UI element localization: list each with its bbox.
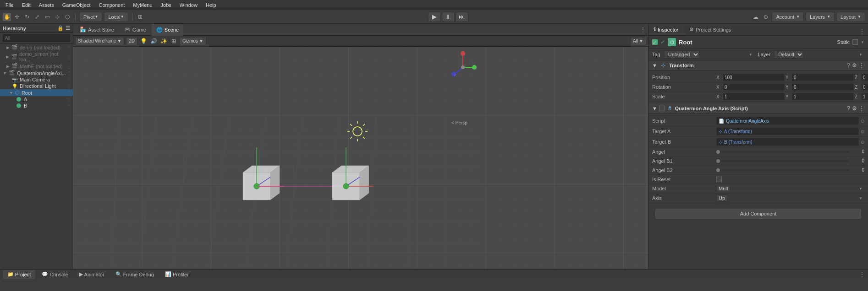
menu-edit[interactable]: Edit [18,1,34,9]
hierarchy-item-demo-simon[interactable]: ▶ 🎬 demo_simon (not loa... ⋮ [0,51,73,63]
transform-settings-icon[interactable]: ⚙ [852,62,857,69]
script-enabled-checkbox[interactable] [659,106,665,111]
gizmos-dropdown[interactable]: Gizmos ▼ [180,37,206,45]
snap-icon[interactable]: ⊞ [136,13,144,21]
item-menu-icon[interactable]: ⋮ [66,90,71,95]
menu-assets[interactable]: Assets [35,1,58,9]
bottom-tab-console[interactable]: 💬 Console [37,270,72,279]
bottom-menu-icon[interactable]: ⋮ [859,271,865,278]
tab-project-settings[interactable]: ⚙ Project Settings [684,24,736,35]
hierarchy-item-directional-light[interactable]: 💡 Directional Light ⋮ [0,83,73,89]
scale-y-input[interactable] [792,93,854,100]
menu-help[interactable]: Help [202,1,220,9]
menu-component[interactable]: Component [95,1,128,9]
add-component-button[interactable]: Add Component [655,209,861,219]
cloud-icon[interactable]: ⊙ [762,13,770,21]
hierarchy-item-b[interactable]: B ⋮ [0,102,73,109]
script-help-icon[interactable]: ? [847,105,850,112]
menu-mymenu[interactable]: MyMenu [129,1,156,9]
step-button[interactable]: ⏭ [456,12,468,22]
script-target-icon[interactable]: ⊙ [861,119,864,124]
static-checkbox[interactable] [852,39,858,45]
static-dropdown-arrow[interactable]: ▼ [861,40,864,44]
tab-game[interactable]: 🎮 Game [120,24,151,36]
rect-tool-icon[interactable]: ▭ [43,13,51,21]
scene-menu-icon[interactable]: ⋮ [640,26,646,33]
item-menu-icon[interactable]: ⋮ [66,77,71,82]
axis-dropdown[interactable]: Up [716,194,728,202]
menu-window[interactable]: Window [176,1,201,9]
move-tool-icon[interactable]: ✛ [13,13,21,21]
local-button[interactable]: Local ▼ [104,12,128,22]
light-toggle-icon[interactable]: 💡 [139,37,148,45]
hand-tool-icon[interactable]: ✋ [3,13,11,21]
position-x-input[interactable] [723,74,785,81]
item-menu-icon[interactable]: ⋮ [66,64,71,69]
item-menu-icon[interactable]: ⋮ [66,97,71,102]
angel-slider[interactable] [716,151,849,153]
angel-b2-slider[interactable] [716,169,849,171]
tab-asset-store[interactable]: 🏪 Asset Store [75,24,119,36]
script-ref-field[interactable]: 📄 QuaternionAngleAxis [716,117,859,125]
angel-b1-slider[interactable] [716,160,849,162]
2d-button[interactable]: 2D [126,37,137,45]
hierarchy-search-input[interactable] [3,34,70,42]
audio-toggle-icon[interactable]: 🔊 [149,37,158,45]
layers-dropdown[interactable]: Layers ▼ [806,12,835,22]
item-menu-icon[interactable]: ⋮ [66,54,71,59]
position-z-input[interactable] [861,74,868,81]
target-b-pick-icon[interactable]: ⊙ [861,140,864,145]
model-dropdown[interactable]: Mult [716,185,731,192]
menu-icon[interactable]: ☰ [66,25,70,31]
transform-help-icon[interactable]: ? [847,62,850,69]
tab-scene[interactable]: 🌐 Scene [152,24,183,36]
transform-component-header[interactable]: ▼ ⊹ Transform ? ⚙ ⋮ [648,60,868,71]
bottom-tab-profiler[interactable]: 📊 Profiler [160,270,193,279]
scale-x-input[interactable] [723,93,785,100]
object-active-checkbox[interactable]: ✓ [652,39,658,45]
script-more-icon[interactable]: ⋮ [859,105,864,112]
item-menu-icon[interactable]: ⋮ [67,70,71,75]
scale-z-input[interactable] [861,93,868,100]
hierarchy-item-root[interactable]: ▼ ⬡ Root ⋮ [0,89,73,96]
play-button[interactable]: ▶ [428,12,441,22]
pause-button[interactable]: ⏸ [442,12,455,22]
view-mode-dropdown[interactable]: Shaded Wireframe ▼ [75,37,124,45]
custom-tool-icon[interactable]: ⬡ [63,13,71,21]
target-a-field[interactable]: ⊹ A (Transform) [716,127,859,135]
rotation-y-input[interactable] [792,83,854,91]
collab-icon[interactable]: ☁ [752,13,760,21]
hierarchy-item-a[interactable]: A ⋮ [0,96,73,102]
position-y-input[interactable] [792,74,854,81]
transform-more-icon[interactable]: ⋮ [859,62,864,69]
hierarchy-item-mathe[interactable]: ▶ 🎬 MathE (not loaded) ⋮ [0,63,73,70]
hierarchy-item-main-camera[interactable]: 📷 Main Camera ⋮ [0,76,73,83]
layer-dropdown[interactable]: Default [774,50,804,59]
bottom-tab-animator[interactable]: ▶ Animator [75,270,109,279]
scale-tool-icon[interactable]: ⤢ [33,13,41,21]
bottom-tab-frame-debug[interactable]: 🔍 Frame Debug [111,270,159,279]
script-component-header[interactable]: ▼ # Quaternion Angle Axis (Script) ? ⚙ ⋮ [648,103,868,114]
target-a-pick-icon[interactable]: ⊙ [861,129,864,134]
tag-dropdown[interactable]: Untagged [664,50,700,59]
rotate-tool-icon[interactable]: ↻ [23,13,31,21]
target-b-field[interactable]: ⊹ B (Transform) [716,138,859,146]
item-menu-icon[interactable]: ⋮ [66,45,71,50]
all-layers-dropdown[interactable]: All ▼ [630,37,646,45]
item-menu-icon[interactable]: ⋮ [66,84,71,89]
rotation-x-input[interactable] [723,83,785,91]
account-dropdown[interactable]: Account ▼ [772,12,804,22]
is-reset-checkbox[interactable] [716,177,722,182]
menu-jobs[interactable]: Jobs [157,1,175,9]
tab-inspector[interactable]: ℹ Inspector [648,24,684,35]
inspector-menu-icon[interactable]: ⋮ [856,28,868,35]
menu-gameobject[interactable]: GameObject [59,1,94,9]
layout-dropdown[interactable]: Layout ▼ [836,12,865,22]
scene-canvas[interactable]: Y X < Persp [73,47,648,269]
bottom-tab-project[interactable]: 📁 Project [3,270,35,279]
grid-toggle-icon[interactable]: ⊞ [170,37,178,45]
script-settings-icon[interactable]: ⚙ [852,105,857,112]
hierarchy-item-demo[interactable]: ▶ 🎬 demo (not loaded) ⋮ [0,44,73,51]
hierarchy-item-quaternion[interactable]: ▼ 🎬 QuaternionAngleAxi... ⋮ [0,70,73,76]
lock-icon[interactable]: 🔒 [57,25,64,31]
